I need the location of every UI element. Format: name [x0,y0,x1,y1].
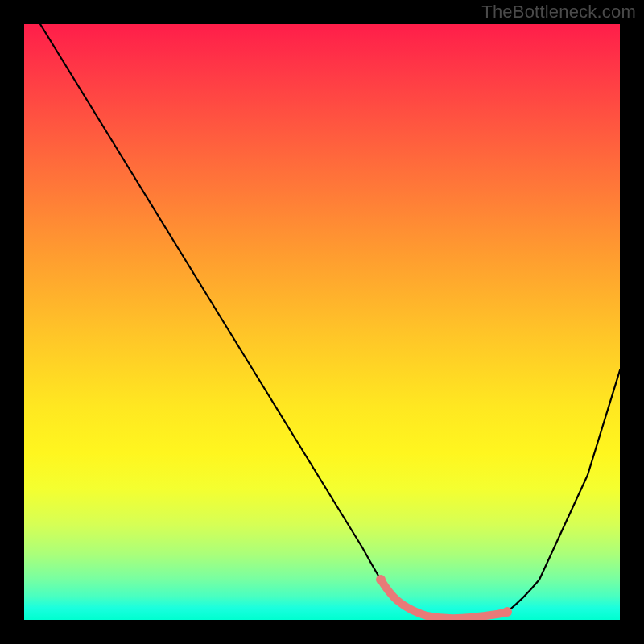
curve-path [40,24,620,618]
plot-area [24,24,620,620]
optimal-range-marker [381,580,507,618]
watermark-text: TheBottleneck.com [481,2,636,23]
bottleneck-curve [24,24,620,620]
optimal-end-dot [502,607,512,617]
optimal-start-dot [376,575,386,584]
chart-frame: TheBottleneck.com [0,0,644,644]
